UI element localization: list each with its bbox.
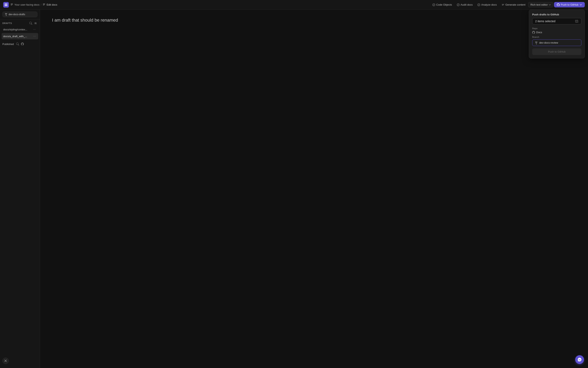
github-published-button[interactable] <box>21 42 24 46</box>
generate-content-label: Generate content <box>505 3 525 6</box>
branch-selector-button[interactable]: dev-docs-review <box>532 39 581 46</box>
breadcrumb-separator: / <box>41 3 41 6</box>
svg-rect-3 <box>6 5 7 6</box>
branch-label: Branch <box>532 36 581 38</box>
generate-content-button[interactable]: Generate content <box>500 2 527 7</box>
file-item-more-0[interactable]: ··· <box>32 28 37 31</box>
main-layout: dev-docs-drafts DRAFTS docs/styling/cont… <box>0 9 588 368</box>
draft-title: I am draft that should be renamed <box>52 18 576 23</box>
drafts-section-icons <box>29 21 37 25</box>
items-selected-badge[interactable]: 2 items selected <box>532 18 581 24</box>
code-objects-button[interactable]: Code Objects <box>430 2 454 7</box>
svg-rect-2 <box>5 5 6 6</box>
file-item-1[interactable]: docs/a_draft_with_... ··· <box>2 33 38 39</box>
svg-rect-1 <box>6 3 7 4</box>
file-item-0[interactable]: docs/styling/contex... ··· <box>2 26 38 33</box>
published-section: Published <box>0 40 40 48</box>
push-action-label: Push to GitHub <box>548 50 566 53</box>
editor-label: Rich text editor <box>530 3 548 6</box>
main-content: I am draft that should be renamed <box>40 9 588 368</box>
branch-name: dev-docs-drafts <box>9 13 25 16</box>
analyze-docs-label: Analyze docs <box>481 3 496 6</box>
breadcrumb-icon2 <box>43 3 46 6</box>
breadcrumb: Your user-facing docs / Edit docs <box>10 3 57 6</box>
new-draft-button[interactable] <box>34 21 37 25</box>
file-item-name-1: docs/a_draft_with_... <box>3 35 32 38</box>
analyze-docs-button[interactable]: Analyze docs <box>475 2 499 7</box>
editor-selector[interactable]: Rich text editor <box>528 2 553 7</box>
breadcrumb-icon <box>10 3 13 6</box>
repo-label: Repo <box>532 27 581 30</box>
search-published-button[interactable] <box>16 42 19 46</box>
published-label: Published <box>2 43 14 46</box>
code-objects-label: Code Objects <box>436 3 452 6</box>
breadcrumb-current: Edit docs <box>46 3 57 6</box>
search-drafts-button[interactable] <box>29 21 33 25</box>
dropdown-title: Push drafts to GitHub <box>532 13 581 16</box>
breadcrumb-parent[interactable]: Your user-facing docs <box>14 3 39 6</box>
items-selected-row: 2 items selected <box>532 18 581 24</box>
nav-actions: Code Objects Audit docs Analyze docs Gen… <box>430 2 585 7</box>
file-item-more-1[interactable]: ··· <box>32 34 37 38</box>
push-to-github-button[interactable]: Push to GitHub <box>554 2 585 7</box>
drafts-section-header: DRAFTS <box>0 19 40 26</box>
audit-docs-button[interactable]: Audit docs <box>455 2 475 7</box>
items-selected-text: 2 items selected <box>535 20 555 23</box>
repo-name: Docs <box>536 31 542 34</box>
repo-section: Repo Docs <box>532 27 581 34</box>
published-icons <box>16 42 24 46</box>
push-dropdown-panel: Push drafts to GitHub 2 items selected R… <box>529 9 585 58</box>
branch-selector-name: dev-docs-review <box>539 41 558 44</box>
push-button-label: Push to GitHub <box>561 3 579 6</box>
drafts-section-title: DRAFTS <box>2 22 12 24</box>
map-icon <box>575 20 579 23</box>
top-nav: Your user-facing docs / Edit docs Code O… <box>0 0 588 9</box>
branch-section: Branch dev-docs-review <box>532 36 581 46</box>
push-action-button[interactable]: Push to GitHub <box>532 48 581 55</box>
close-button[interactable] <box>2 358 9 364</box>
branch-pill[interactable]: dev-docs-drafts <box>2 12 37 17</box>
sidebar: dev-docs-drafts DRAFTS docs/styling/cont… <box>0 9 40 368</box>
audit-docs-label: Audit docs <box>461 3 473 6</box>
svg-rect-0 <box>5 3 6 4</box>
chat-button[interactable] <box>575 355 584 364</box>
sidebar-branch: dev-docs-drafts <box>0 9 40 19</box>
app-logo <box>3 2 9 8</box>
file-item-name-0: docs/styling/contex... <box>3 28 32 31</box>
file-list: docs/styling/contex... ··· docs/a_draft_… <box>0 26 40 39</box>
repo-row: Docs <box>532 31 581 34</box>
